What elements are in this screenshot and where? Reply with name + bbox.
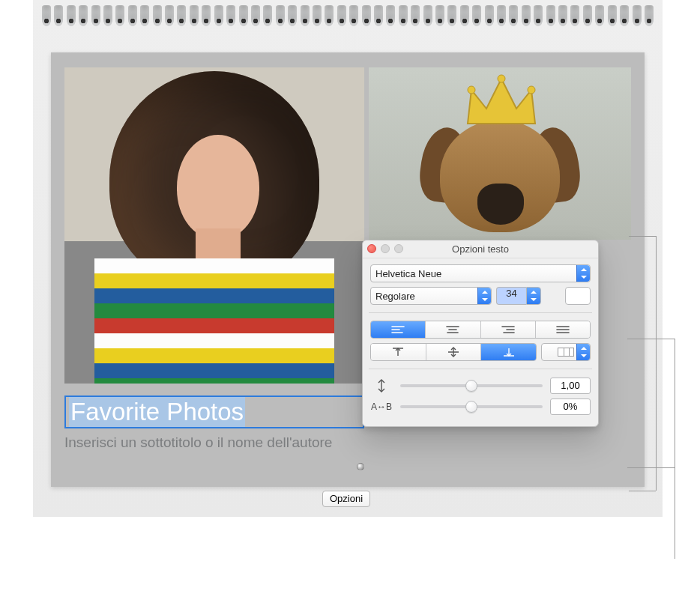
separator xyxy=(369,312,592,313)
separator xyxy=(369,369,592,369)
crown-icon xyxy=(462,71,540,131)
horizontal-alignment-segment xyxy=(370,321,591,339)
tracking-slider[interactable] xyxy=(400,405,543,408)
font-size-value[interactable]: 34 xyxy=(496,287,526,305)
justify-button[interactable] xyxy=(536,321,590,338)
vertical-alignment-segment xyxy=(370,343,537,361)
tracking-value[interactable]: 0% xyxy=(550,398,591,415)
font-weight-select[interactable]: Regolare xyxy=(370,287,492,305)
line-spacing-slider[interactable] xyxy=(400,384,543,387)
minimize-icon xyxy=(381,244,390,253)
chevron-up-down-icon xyxy=(576,344,590,360)
callout-line xyxy=(675,339,675,559)
font-size-stepper[interactable]: 34 xyxy=(496,287,561,305)
columns-icon xyxy=(558,348,574,357)
chevron-up-down-icon xyxy=(576,265,590,282)
align-bottom-button[interactable] xyxy=(481,344,536,360)
font-family-value: Helvetica Neue xyxy=(375,268,441,279)
align-top-button[interactable] xyxy=(371,344,426,360)
columns-select[interactable] xyxy=(541,343,591,361)
font-family-select[interactable]: Helvetica Neue xyxy=(370,264,591,282)
line-spacing-value[interactable]: 1,00 xyxy=(550,378,591,394)
svg-marker-0 xyxy=(468,79,535,124)
callout-line xyxy=(629,236,656,237)
text-color-swatch[interactable] xyxy=(565,287,591,305)
callout-line xyxy=(629,491,656,491)
zoom-icon xyxy=(394,244,403,253)
layout-handle[interactable] xyxy=(357,463,364,470)
text-options-panel: Opzioni testo Helvetica Neue Regolare 34 xyxy=(362,240,599,427)
align-middle-button[interactable] xyxy=(426,344,482,360)
line-spacing-row: 1,00 xyxy=(370,377,591,395)
tracking-row: A↔B 0% xyxy=(370,398,591,416)
close-icon[interactable] xyxy=(367,244,376,253)
panel-title: Opzioni testo xyxy=(452,243,509,255)
photo-secondary[interactable] xyxy=(369,67,631,240)
photo-main[interactable] xyxy=(64,67,364,384)
align-left-button[interactable] xyxy=(371,321,426,338)
callout-line xyxy=(627,339,675,339)
callout-line xyxy=(656,236,657,491)
tracking-icon: A↔B xyxy=(370,401,393,412)
title-text-field[interactable]: Favorite Photos xyxy=(64,396,364,428)
align-right-button[interactable] xyxy=(481,321,536,338)
subtitle-placeholder[interactable]: Inserisci un sottotitolo o il nome dell'… xyxy=(64,434,332,451)
font-weight-value: Regolare xyxy=(375,291,415,302)
title-text: Favorite Photos xyxy=(69,397,245,427)
chevron-up-down-icon xyxy=(477,288,491,304)
svg-point-3 xyxy=(528,86,535,94)
chevron-up-down-icon[interactable] xyxy=(526,287,541,305)
callout-line xyxy=(627,467,675,468)
align-center-button[interactable] xyxy=(426,321,480,338)
line-height-icon xyxy=(370,378,393,393)
svg-point-2 xyxy=(498,75,505,82)
svg-point-1 xyxy=(468,86,475,94)
options-button[interactable]: Opzioni xyxy=(322,491,370,507)
spiral-binding: document.write(Array.from({length:50},()… xyxy=(33,0,663,31)
panel-title-bar[interactable]: Opzioni testo xyxy=(363,240,598,258)
